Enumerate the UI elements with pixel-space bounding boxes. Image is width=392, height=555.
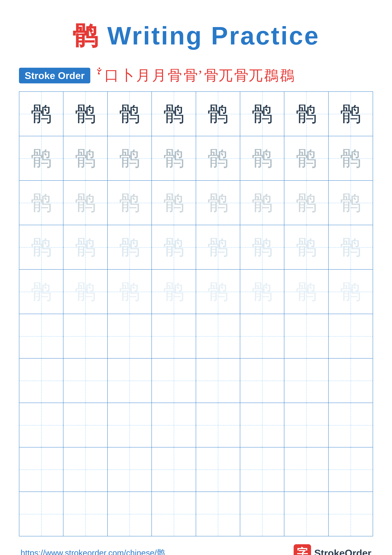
grid-row-3: 鹘 鹘 鹘 鹘 鹘 鹘 鹘 鹘: [19, 181, 373, 225]
grid-cell: 鹘: [240, 181, 284, 225]
grid-cell: 鹘: [19, 136, 64, 180]
grid-cell: 鹘: [284, 225, 328, 269]
grid-cell[interactable]: [152, 358, 196, 403]
grid-cell: 鹘: [19, 92, 64, 136]
grid-cell: 鹘: [108, 136, 152, 180]
grid-row-5: 鹘 鹘 鹘 鹘 鹘 鹘 鹘 鹘: [19, 270, 373, 314]
grid-cell[interactable]: [64, 314, 107, 358]
grid-cell: 鹘: [64, 136, 107, 180]
logo-text: StrokeOrder: [314, 548, 371, 555]
grid-cell[interactable]: [108, 358, 152, 403]
grid-cell: 鹘: [284, 136, 328, 180]
grid-cell[interactable]: [108, 403, 152, 447]
grid-cell[interactable]: [240, 492, 284, 536]
grid-cell: 鹘: [108, 92, 152, 136]
grid-cell: 鹘: [284, 270, 328, 314]
grid-cell[interactable]: [152, 403, 196, 447]
grid-cell[interactable]: [196, 314, 240, 358]
grid-cell[interactable]: [328, 358, 373, 403]
grid-cell: 鹘: [196, 270, 240, 314]
stroke-order-chars: ‘ ̐ 口 卜 月 月 骨 骨’ 骨兀 骨兀 鵘 鵘: [97, 66, 294, 85]
grid-cell[interactable]: [196, 403, 240, 447]
grid-cell: 鹘: [328, 92, 373, 136]
practice-grid: 鹘 鹘 鹘 鹘 鹘 鹘 鹘 鹘 鹘 鹘 鹘 鹘 鹘 鹘 鹘 鹘 鹘 鹘 鹘 鹘 …: [19, 91, 373, 536]
grid-row-1: 鹘 鹘 鹘 鹘 鹘 鹘 鹘 鹘: [19, 92, 373, 136]
grid-cell: 鹘: [108, 270, 152, 314]
grid-cell: 鹘: [64, 270, 107, 314]
grid-cell[interactable]: [240, 447, 284, 492]
grid-cell: 鹘: [328, 181, 373, 225]
grid-cell[interactable]: [64, 358, 107, 403]
grid-cell[interactable]: [108, 314, 152, 358]
grid-cell[interactable]: [152, 492, 196, 536]
grid-cell[interactable]: [152, 447, 196, 492]
grid-cell: 鹘: [152, 136, 196, 180]
grid-cell: 鹘: [240, 92, 284, 136]
grid-cell[interactable]: [240, 403, 284, 447]
grid-cell[interactable]: [19, 403, 64, 447]
grid-cell[interactable]: [19, 492, 64, 536]
grid-cell: 鹘: [108, 181, 152, 225]
stroke-order-label: Stroke Order: [19, 68, 90, 83]
grid-row-8: [19, 403, 373, 447]
grid-cell[interactable]: [196, 492, 240, 536]
grid-cell[interactable]: [240, 314, 284, 358]
stroke-order-row: Stroke Order ‘ ̐ 口 卜 月 月 骨 骨’ 骨兀 骨兀 鵘 鵘: [19, 66, 373, 85]
grid-row-2: 鹘 鹘 鹘 鹘 鹘 鹘 鹘 鹘: [19, 136, 373, 181]
grid-cell[interactable]: [108, 447, 152, 492]
grid-cell: 鹘: [196, 181, 240, 225]
grid-cell: 鹘: [64, 225, 107, 269]
grid-cell: 鹘: [240, 225, 284, 269]
grid-cell[interactable]: [284, 403, 328, 447]
grid-cell[interactable]: [284, 358, 328, 403]
grid-cell: 鹘: [328, 136, 373, 180]
grid-cell[interactable]: [19, 447, 64, 492]
grid-cell: 鹘: [328, 225, 373, 269]
grid-cell: 鹘: [64, 181, 107, 225]
grid-cell[interactable]: [152, 314, 196, 358]
page-title: 鹘 Writing Practice: [72, 19, 320, 53]
grid-cell: 鹘: [108, 225, 152, 269]
page: 鹘 Writing Practice Stroke Order ‘ ̐ 口 卜 …: [0, 0, 392, 555]
grid-cell[interactable]: [284, 447, 328, 492]
grid-row-7: [19, 358, 373, 403]
grid-cell[interactable]: [108, 492, 152, 536]
grid-row-6: [19, 314, 373, 358]
footer: https://www.strokeorder.com/chinese/鹘 字 …: [19, 544, 373, 555]
grid-cell[interactable]: [328, 314, 373, 358]
grid-row-9: [19, 447, 373, 492]
grid-cell: 鹘: [196, 92, 240, 136]
grid-cell[interactable]: [328, 492, 373, 536]
grid-row-4: 鹘 鹘 鹘 鹘 鹘 鹘 鹘 鹘: [19, 225, 373, 270]
chinese-char: 鹘: [72, 22, 99, 50]
grid-cell: 鹘: [19, 181, 64, 225]
grid-cell: 鹘: [152, 225, 196, 269]
grid-cell[interactable]: [240, 358, 284, 403]
grid-cell: 鹘: [240, 270, 284, 314]
grid-cell[interactable]: [19, 314, 64, 358]
grid-cell: 鹘: [240, 136, 284, 180]
grid-row-10: [19, 492, 373, 536]
footer-url[interactable]: https://www.strokeorder.com/chinese/鹘: [21, 548, 165, 555]
grid-cell[interactable]: [64, 492, 107, 536]
grid-cell: 鹘: [152, 181, 196, 225]
grid-cell: 鹘: [19, 225, 64, 269]
grid-cell[interactable]: [328, 447, 373, 492]
grid-cell: 鹘: [64, 92, 107, 136]
grid-cell[interactable]: [196, 447, 240, 492]
grid-cell[interactable]: [19, 358, 64, 403]
footer-logo: 字 StrokeOrder: [294, 544, 371, 555]
grid-cell[interactable]: [196, 358, 240, 403]
grid-cell[interactable]: [64, 447, 107, 492]
grid-cell: 鹘: [328, 270, 373, 314]
grid-cell: 鹘: [196, 225, 240, 269]
grid-cell: 鹘: [196, 136, 240, 180]
grid-cell: 鹘: [284, 181, 328, 225]
grid-cell: 鹘: [152, 92, 196, 136]
grid-cell[interactable]: [284, 314, 328, 358]
grid-cell[interactable]: [328, 403, 373, 447]
grid-cell[interactable]: [64, 403, 107, 447]
grid-cell: 鹘: [284, 92, 328, 136]
grid-cell[interactable]: [284, 492, 328, 536]
logo-icon: 字: [294, 544, 311, 555]
